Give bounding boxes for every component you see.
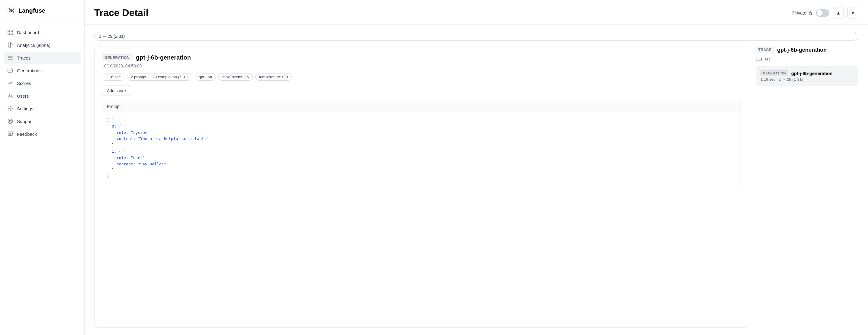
prompt-label: Prompt <box>102 101 741 112</box>
generation-name: gpt-j-6b-generation <box>136 54 191 61</box>
tag-temperature: temperature: 0.9 <box>255 73 292 81</box>
sidebar-item-scores[interactable]: Scores <box>4 77 81 89</box>
svg-rect-4 <box>8 69 13 72</box>
tag-duration: 1.16 sec <box>102 73 124 81</box>
sidebar-nav: Dashboard Analytics (alpha) Traces Gener… <box>0 22 84 335</box>
private-label: Private <box>792 10 812 16</box>
generation-card-name: gpt-j-6b-generation <box>791 71 833 76</box>
sidebar-item-support[interactable]: Support <box>4 115 81 127</box>
generation-card[interactable]: GENERATION gpt-j-6b-generation 1.16 sec … <box>756 66 858 86</box>
page-content: 2 → 29 (Σ 31) GENERATION gpt-j-6b-genera… <box>85 25 868 335</box>
sidebar-item-settings[interactable]: Settings <box>4 103 81 115</box>
generation-card-meta: 1.16 sec 2 → 29 (Σ 31) <box>761 77 854 82</box>
settings-icon <box>7 106 13 112</box>
generations-icon <box>7 67 13 74</box>
prompt-code: [ ˅ 0: { ˅ role: "system" content: "You … <box>102 112 741 185</box>
support-icon <box>7 118 13 124</box>
analytics-icon <box>7 42 13 48</box>
dashboard-icon <box>7 29 13 35</box>
users-icon <box>7 93 13 99</box>
header-controls: Private ▲ ▼ <box>792 7 858 19</box>
sidebar-item-generations-label: Generations <box>17 68 42 73</box>
sidebar-item-dashboard-label: Dashboard <box>17 30 39 35</box>
next-button[interactable]: ▼ <box>847 7 858 19</box>
generation-card-badge: GENERATION <box>761 71 788 76</box>
split-layout: GENERATION gpt-j-6b-generation 10/10/202… <box>94 47 858 328</box>
prev-button[interactable]: ▲ <box>833 7 844 19</box>
logo-icon: 🇰🇷 <box>7 7 16 15</box>
trace-duration: 1.16 sec <box>756 57 858 61</box>
sidebar-item-users-label: Users <box>17 93 29 99</box>
tag-max-tokens: maxTokens: 25 <box>218 73 252 81</box>
sidebar-item-support-label: Support <box>17 119 33 124</box>
svg-point-6 <box>10 108 11 109</box>
logo-label: Langfuse <box>19 7 45 14</box>
svg-rect-2 <box>8 33 10 35</box>
token-summary-badge: 2 → 29 (Σ 31) <box>94 32 858 40</box>
sidebar-item-feedback-label: Feedback <box>17 132 37 137</box>
svg-rect-1 <box>11 30 13 32</box>
tag-tokens: 2 prompt → 29 completion (Σ 31) <box>127 73 192 81</box>
sidebar: 🇰🇷 Langfuse Dashboard Analytics (alpha) … <box>0 0 85 335</box>
svg-rect-0 <box>8 30 10 32</box>
add-score-button[interactable]: Add score <box>102 86 131 96</box>
generation-card-header: GENERATION gpt-j-6b-generation <box>761 71 854 76</box>
private-toggle[interactable] <box>816 9 829 17</box>
logo[interactable]: 🇰🇷 Langfuse <box>0 0 84 22</box>
left-panel: GENERATION gpt-j-6b-generation 10/10/202… <box>94 47 748 328</box>
page-header: Trace Detail Private ▲ ▼ <box>85 0 868 25</box>
tag-model: gpt-j-6b <box>195 73 216 81</box>
scores-icon <box>7 80 13 86</box>
sidebar-item-dashboard[interactable]: Dashboard <box>4 26 81 38</box>
lock-icon <box>808 11 812 15</box>
sidebar-item-settings-label: Settings <box>17 106 33 111</box>
sidebar-item-feedback[interactable]: Feedback <box>4 128 81 140</box>
main-content: Trace Detail Private ▲ ▼ 2 → 29 (Σ 31) G… <box>85 0 868 335</box>
sidebar-item-generations[interactable]: Generations <box>4 64 81 77</box>
generation-timestamp: 10/10/2023, 04:58:00 <box>102 63 741 68</box>
generation-badge: GENERATION <box>102 54 132 61</box>
prompt-section: Prompt [ ˅ 0: { ˅ role: "system" content… <box>102 101 741 185</box>
svg-rect-10 <box>809 13 811 15</box>
trace-name: gpt-j-6b-generation <box>777 47 827 53</box>
sidebar-item-users[interactable]: Users <box>4 90 81 102</box>
page-title: Trace Detail <box>94 7 149 19</box>
svg-rect-9 <box>8 132 12 136</box>
feedback-icon <box>7 131 13 137</box>
svg-point-5 <box>9 94 11 96</box>
sidebar-item-analytics-label: Analytics (alpha) <box>17 43 51 48</box>
trace-header-row: TRACE gpt-j-6b-generation <box>756 47 858 53</box>
tags-row: 1.16 sec 2 prompt → 29 completion (Σ 31)… <box>102 73 741 81</box>
sidebar-item-scores-label: Scores <box>17 81 31 86</box>
traces-icon <box>7 55 13 61</box>
svg-rect-3 <box>11 33 13 35</box>
sidebar-item-traces[interactable]: Traces <box>4 52 81 64</box>
trace-badge: TRACE <box>756 47 774 53</box>
sidebar-item-traces-label: Traces <box>17 55 31 60</box>
right-panel: TRACE gpt-j-6b-generation 1.16 sec GENER… <box>756 47 858 328</box>
sidebar-item-analytics[interactable]: Analytics (alpha) <box>4 39 81 51</box>
generation-header: GENERATION gpt-j-6b-generation <box>102 54 741 61</box>
